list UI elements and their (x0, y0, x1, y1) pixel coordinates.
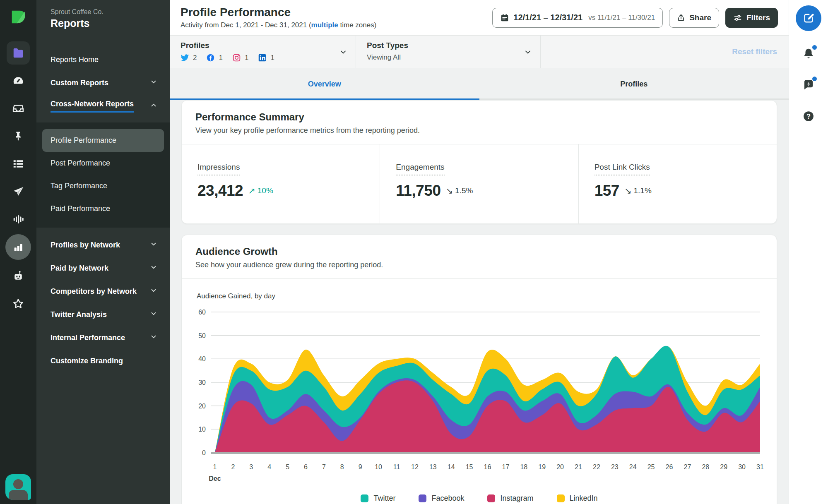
svg-text:20: 20 (198, 403, 206, 410)
submenu-item-tag-performance[interactable]: Tag Performance (42, 175, 164, 197)
svg-text:40: 40 (198, 355, 206, 362)
legend-item-facebook[interactable]: Facebook (419, 494, 464, 503)
page-header: Profile Performance Activity from Dec 1,… (170, 0, 789, 36)
main-content: Profile Performance Activity from Dec 1,… (170, 0, 789, 504)
chevron-down-icon (150, 264, 157, 273)
metric-impressions: Impressions 23,412 ↗10% (182, 144, 380, 223)
sidebar-item-paid-by-network[interactable]: Paid by Network (36, 257, 170, 280)
bot-icon[interactable] (7, 264, 30, 288)
filters-icon (733, 13, 742, 22)
audience-growth-card: Audience Growth See how your audience gr… (181, 235, 777, 504)
linkedin-swatch (557, 494, 565, 502)
pin-icon[interactable] (7, 125, 30, 148)
delta-value: 10% (258, 186, 273, 195)
calendar-icon (500, 13, 509, 22)
svg-text:10: 10 (198, 426, 206, 433)
user-avatar[interactable] (5, 474, 31, 500)
profiles-filter-label: Profiles (181, 41, 346, 50)
chart-legend: Twitter Facebook Instagram LinkedIn (191, 488, 768, 504)
legend-item-twitter[interactable]: Twitter (361, 494, 395, 503)
folder-nav-tile[interactable] (7, 41, 30, 65)
post-types-filter-label: Post Types (367, 41, 530, 50)
multiple-timezones-link[interactable]: multiple (311, 21, 338, 29)
sprout-logo-icon[interactable] (9, 7, 28, 28)
sidebar-item-custom-reports[interactable]: Custom Reports (36, 71, 170, 94)
date-range-button[interactable]: 12/1/21 – 12/31/21 vs 11/1/21 – 11/30/21 (492, 8, 663, 28)
submenu-item-label: Tag Performance (51, 182, 107, 190)
sidebar-item-label: Paid by Network (51, 264, 108, 273)
svg-text:16: 16 (484, 463, 491, 470)
svg-text:?: ? (806, 113, 811, 120)
svg-text:18: 18 (520, 463, 527, 470)
metric-delta-down: ↘1.1% (624, 186, 652, 196)
filters-label: Filters (746, 13, 770, 22)
sidebar-item-twitter-analysis[interactable]: Twitter Analysis (36, 303, 170, 326)
svg-text:27: 27 (684, 463, 691, 470)
reset-filters-button[interactable]: Reset filters (732, 36, 789, 68)
metric-label[interactable]: Engagements (396, 163, 444, 175)
metric-delta-down: ↘1.5% (445, 186, 473, 196)
tab-profiles[interactable]: Profiles (479, 68, 789, 100)
date-compare-value: vs 11/1/21 – 11/30/21 (588, 14, 655, 22)
share-button[interactable]: Share (669, 8, 719, 28)
tab-label: Overview (308, 80, 341, 89)
svg-text:21: 21 (575, 463, 582, 470)
metric-label[interactable]: Post Link Clicks (595, 163, 650, 175)
sidebar-item-reports-home[interactable]: Reports Home (36, 48, 170, 71)
svg-text:Dec: Dec (209, 475, 221, 482)
tab-underline (479, 98, 789, 100)
chevron-down-icon (339, 48, 347, 58)
svg-text:50: 50 (198, 332, 206, 339)
chevron-up-icon (150, 101, 157, 111)
submenu-item-label: Profile Performance (51, 136, 116, 145)
inbox-icon[interactable] (7, 97, 30, 120)
tab-overview[interactable]: Overview (170, 68, 479, 100)
list-icon[interactable] (7, 152, 30, 175)
profiles-filter[interactable]: Profiles 2 1 1 1 (170, 36, 356, 68)
submenu-item-paid-performance[interactable]: Paid Performance (42, 197, 164, 220)
help-button[interactable]: ? (799, 107, 818, 125)
metric-engagements: Engagements 11,750 ↘1.5% (380, 144, 578, 223)
metric-value: 157 (595, 182, 619, 199)
metric-label[interactable]: Impressions (197, 163, 240, 175)
legend-item-linkedin[interactable]: LinkedIn (557, 494, 598, 503)
sidebar-item-competitors-by-network[interactable]: Competitors by Network (36, 280, 170, 303)
trend-down-icon: ↘ (445, 186, 453, 196)
performance-summary-card: Performance Summary View your key profil… (181, 100, 777, 224)
svg-text:4: 4 (267, 463, 271, 470)
folder-icon (12, 47, 24, 59)
summary-title: Performance Summary (195, 111, 763, 123)
sidebar-item-internal-performance[interactable]: Internal Performance (36, 326, 170, 349)
filters-button[interactable]: Filters (725, 8, 778, 28)
whats-new-button[interactable] (799, 76, 818, 94)
star-icon[interactable] (7, 292, 30, 315)
notifications-button[interactable] (799, 44, 818, 62)
reports-active-indicator[interactable] (5, 234, 31, 260)
legend-item-instagram[interactable]: Instagram (487, 494, 533, 503)
page-title: Profile Performance (181, 6, 376, 19)
svg-text:28: 28 (702, 463, 709, 470)
chevron-down-icon (150, 310, 157, 319)
report-body: Performance Summary View your key profil… (170, 100, 789, 504)
audience-growth-title: Audience Growth (195, 246, 763, 257)
svg-text:25: 25 (647, 463, 655, 470)
submenu-item-label: Paid Performance (51, 204, 110, 213)
trend-down-icon: ↘ (624, 186, 632, 196)
instagram-count: 1 (245, 54, 248, 62)
submenu-item-post-performance[interactable]: Post Performance (42, 152, 164, 175)
compose-button[interactable] (796, 5, 821, 31)
paper-plane-icon[interactable] (7, 180, 30, 203)
post-types-filter[interactable]: Post Types Viewing All (356, 36, 541, 68)
post-types-filter-value: Viewing All (367, 53, 530, 62)
sidebar-item-label: Cross-Network Reports (51, 100, 134, 113)
trend-up-icon: ↗ (248, 186, 255, 196)
submenu-item-profile-performance[interactable]: Profile Performance (42, 129, 164, 152)
audio-wave-icon[interactable] (7, 208, 30, 231)
sidebar-item-customize-branding[interactable]: Customize Branding (36, 349, 170, 372)
sidebar-item-label: Reports Home (51, 55, 99, 64)
audience-growth-chart[interactable]: 0102030405060123456789101112131415161718… (191, 305, 764, 487)
tab-active-underline (170, 98, 479, 100)
gauge-icon[interactable] (7, 69, 30, 92)
sidebar-item-cross-network-reports[interactable]: Cross-Network Reports (36, 94, 170, 118)
sidebar-item-profiles-by-network[interactable]: Profiles by Network (36, 233, 170, 257)
